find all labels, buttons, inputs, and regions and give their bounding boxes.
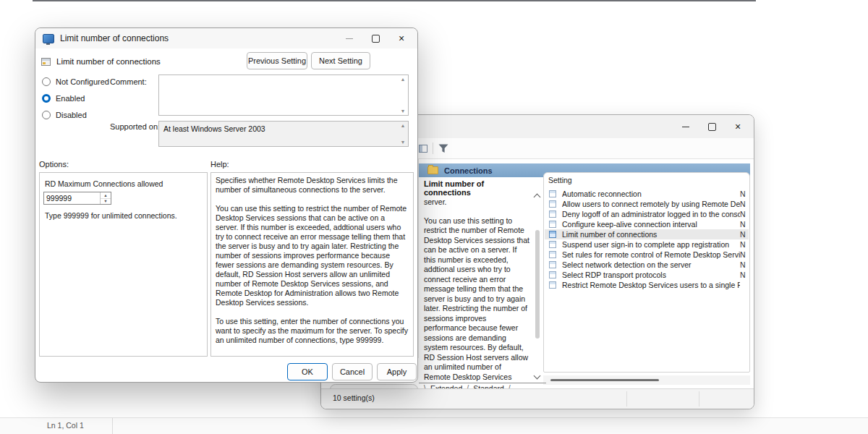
- scroll-down-icon[interactable]: [534, 373, 541, 380]
- help-paragraph: You can use this setting to restrict the…: [216, 204, 409, 307]
- policy-icon: [549, 261, 556, 268]
- folder-icon: [427, 166, 438, 174]
- filter-icon[interactable]: [438, 144, 448, 153]
- options-panel: RD Maximum Connections allowed 999999 ▲ …: [39, 172, 208, 357]
- help-paragraph: To use this setting, enter the number of…: [216, 317, 409, 345]
- policy-icon: [549, 210, 556, 218]
- view-list-icon[interactable]: [419, 145, 427, 153]
- comment-value: [159, 75, 408, 80]
- options-hint: Type 999999 for unlimited connections.: [45, 211, 177, 220]
- dialog-title: Limit number of connections: [60, 33, 169, 43]
- next-setting-button[interactable]: Next Setting: [311, 52, 370, 69]
- spinner[interactable]: ▲ ▼: [100, 192, 111, 204]
- supported-on-label: Supported on:: [110, 122, 160, 131]
- desktop: Ln 1, Col 1 × Connections: [0, 0, 868, 434]
- gpedit-statusbar: 10 setting(s): [321, 388, 754, 409]
- cursor-position: Ln 1, Col 1: [47, 421, 84, 430]
- radio-icon[interactable]: [42, 111, 51, 119]
- apply-button[interactable]: Apply: [377, 363, 417, 380]
- max-connections-label: RD Maximum Connections allowed: [45, 179, 163, 188]
- cancel-button[interactable]: Cancel: [332, 363, 373, 380]
- radio-icon-checked[interactable]: [42, 94, 51, 103]
- policy-icon: [549, 221, 556, 228]
- options-label: Options:: [39, 160, 69, 169]
- description-scrollbar[interactable]: [532, 195, 542, 378]
- max-connections-value[interactable]: 999999: [44, 192, 100, 204]
- settings-row[interactable]: Select RDP transport protocolsN: [545, 270, 749, 280]
- settings-row[interactable]: Select network detection on the serverN: [545, 260, 749, 270]
- scrollbar-thumb[interactable]: [535, 230, 540, 339]
- settings-row[interactable]: Set rules for remote control of Remote D…: [545, 250, 749, 260]
- comment-scrollbar[interactable]: ▲ ▼: [398, 75, 408, 115]
- background-window-edge: [33, 0, 756, 1]
- help-panel: Specifies whether Remote Desktop Service…: [210, 172, 414, 357]
- settings-row-selected[interactable]: Limit number of connectionsN: [545, 229, 749, 239]
- settings-row[interactable]: Restrict Remote Desktop Services users t…: [545, 280, 749, 290]
- statusbar-divider: [626, 391, 627, 407]
- scroll-up-icon[interactable]: ▲: [401, 123, 406, 128]
- scroll-up-icon[interactable]: ▲: [401, 77, 406, 82]
- comment-label: Comment:: [110, 77, 147, 86]
- ok-button[interactable]: OK: [287, 363, 328, 380]
- statusbar-divider: [112, 418, 113, 434]
- editor-statusbar: Ln 1, Col 1: [0, 417, 868, 434]
- description-paragraph: server.: [424, 197, 529, 208]
- description-paragraph: You can use this setting to restrict the…: [424, 216, 529, 383]
- policy-dialog: Limit number of connections × Limit numb…: [35, 27, 418, 383]
- maximize-button[interactable]: [362, 28, 388, 48]
- rdp-monitor-icon: [43, 34, 54, 43]
- policy-setting-icon: [41, 58, 51, 66]
- settings-list: Setting Automatic reconnectionN Allow us…: [543, 172, 750, 373]
- supported-on-box: At least Windows Server 2003 ▲ ▼: [158, 121, 409, 147]
- policy-icon: [549, 251, 556, 258]
- setting-name-row: Limit number of connections: [41, 57, 161, 66]
- spin-down-icon[interactable]: ▼: [101, 199, 111, 205]
- scroll-up-icon[interactable]: [534, 194, 541, 201]
- settings-row[interactable]: Automatic reconnectionN: [545, 189, 749, 199]
- scroll-down-icon[interactable]: ▼: [401, 140, 406, 145]
- toolbar-separator: [433, 142, 433, 154]
- dialog-titlebar[interactable]: Limit number of connections ×: [35, 28, 417, 48]
- supported-scrollbar[interactable]: ▲ ▼: [398, 122, 408, 146]
- policy-icon: [549, 231, 556, 238]
- settings-row[interactable]: Configure keep-alive connection interval…: [545, 219, 749, 229]
- minimize-button[interactable]: [336, 28, 362, 48]
- policy-icon: [549, 271, 556, 278]
- maximize-button[interactable]: [699, 115, 725, 138]
- policy-icon: [549, 190, 556, 197]
- settings-row[interactable]: Suspend user sign-in to complete app reg…: [545, 239, 749, 250]
- setting-description-pane: Limit number of connections server. You …: [419, 177, 543, 383]
- help-paragraph: If the status is set to Enabled, the max…: [216, 354, 409, 357]
- previous-setting-button[interactable]: Previous Setting: [247, 52, 307, 69]
- list-hscrollbar[interactable]: [543, 375, 750, 385]
- help-label: Help:: [210, 160, 229, 169]
- radio-icon[interactable]: [42, 77, 51, 86]
- supported-on-value: At least Windows Server 2003: [159, 122, 408, 136]
- radio-enabled[interactable]: Enabled: [42, 94, 85, 103]
- pane-header-title: Connections: [444, 166, 493, 175]
- policy-icon: [549, 241, 556, 248]
- description-title: Limit number of connections: [424, 179, 529, 197]
- settings-row[interactable]: Allow users to connect remotely by using…: [545, 199, 749, 209]
- radio-not-configured[interactable]: Not Configured: [42, 77, 109, 86]
- setting-count: 10 setting(s): [333, 393, 375, 402]
- close-button[interactable]: ×: [725, 115, 751, 138]
- column-header-setting[interactable]: Setting: [548, 176, 572, 184]
- setting-name: Limit number of connections: [56, 57, 161, 66]
- minimize-button[interactable]: [673, 115, 699, 138]
- statusbar-divider: [699, 391, 699, 407]
- max-connections-input[interactable]: 999999 ▲ ▼: [43, 192, 111, 205]
- scroll-down-icon[interactable]: ▼: [401, 109, 406, 114]
- policy-icon: [549, 281, 556, 289]
- radio-disabled[interactable]: Disabled: [42, 111, 87, 119]
- help-paragraph: Specifies whether Remote Desktop Service…: [216, 176, 409, 195]
- policy-icon: [549, 200, 556, 208]
- spin-up-icon[interactable]: ▲: [101, 192, 111, 199]
- scrollbar-thumb[interactable]: [550, 379, 659, 381]
- settings-row[interactable]: Deny logoff of an administrator logged i…: [545, 209, 749, 219]
- close-button[interactable]: ×: [388, 28, 414, 48]
- comment-box[interactable]: ▲ ▼: [158, 75, 409, 116]
